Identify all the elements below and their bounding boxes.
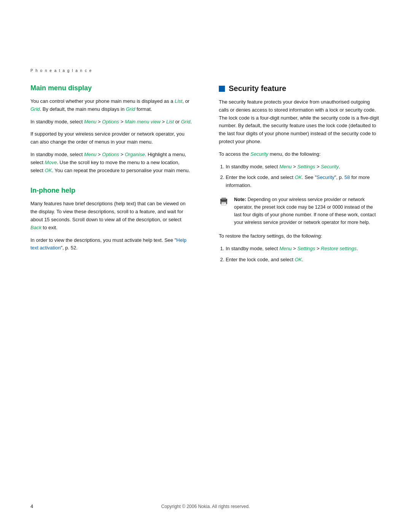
section-security-feature: Security feature The security feature pr… <box>219 84 381 264</box>
inphone-help-para-1: Many features have brief descriptions (h… <box>30 200 192 232</box>
right-column: Security feature The security feature pr… <box>215 84 381 268</box>
security-list-1: In standby mode, select Menu > Settings … <box>226 163 381 190</box>
security-para-3: To restore the factory settings, do the … <box>219 232 381 240</box>
help-text-activation-link[interactable]: Help text activation <box>30 237 186 251</box>
menu-link-right-2: Menu <box>279 246 292 251</box>
security-para-1: The security feature protects your devic… <box>219 98 381 146</box>
ok-link-right-2: OK <box>295 257 302 262</box>
note-label: Note: <box>234 197 246 202</box>
ok-link-right-1: OK <box>295 174 302 180</box>
section-title-main-menu: Main menu display <box>30 84 192 92</box>
svg-rect-5 <box>222 204 225 204</box>
security-ref-link[interactable]: Security <box>317 174 335 180</box>
security-list-2: In standby mode, select Menu > Settings … <box>226 245 381 264</box>
svg-rect-4 <box>222 203 225 203</box>
left-column: Main menu display You can control whethe… <box>30 84 196 257</box>
two-column-layout: Main menu display You can control whethe… <box>30 84 381 268</box>
list-link-1: List <box>175 98 182 104</box>
security-list-item-2: Enter the lock code, and select OK. See … <box>226 174 381 190</box>
main-menu-para-3: If supported by your wireless service pr… <box>30 130 192 146</box>
security-para-2: To access the Security menu, do the foll… <box>219 150 381 158</box>
section-in-phone-help: In-phone help Many features have brief d… <box>30 187 192 252</box>
security-title-text: Security feature <box>229 84 286 93</box>
ok-link-1: OK <box>45 168 52 173</box>
security-list2-item-2: Enter the lock code, and select OK. <box>226 256 381 264</box>
blue-square-icon <box>219 86 225 92</box>
security-list2-item-1: In standby mode, select Menu > Settings … <box>226 245 381 253</box>
security-link-1: Security <box>321 164 339 169</box>
menu-link-2: Menu <box>84 152 97 157</box>
section-title-security: Security feature <box>219 84 381 93</box>
main-menu-view-link: Main menu view <box>125 119 161 125</box>
options-link-1: Options <box>102 119 119 125</box>
security-menu-link: Security <box>250 151 268 157</box>
organise-link: Organise <box>125 152 145 157</box>
settings-link-2: Settings <box>297 246 315 251</box>
list-link-2: List <box>166 119 174 125</box>
note-box: Note: Depending on your wireless service… <box>219 196 381 226</box>
move-link: Move <box>45 160 57 165</box>
grid-link-1: Grid <box>30 106 40 112</box>
main-menu-para-2: In standby mode, select Menu > Options >… <box>30 118 192 126</box>
menu-link-1: Menu <box>84 119 97 125</box>
security-list-item-1: In standby mode, select Menu > Settings … <box>226 163 381 171</box>
main-menu-para-4: In standby mode, select Menu > Options >… <box>30 151 192 174</box>
menu-link-right-1: Menu <box>279 164 292 169</box>
section-title-inphone-help: In-phone help <box>30 187 192 195</box>
settings-link-1: Settings <box>297 164 315 169</box>
footer-copyright: Copyright © 2006 Nokia. All rights reser… <box>0 504 411 509</box>
grid-link-2: Grid <box>126 106 135 112</box>
restore-settings-link: Restore settings <box>321 246 357 251</box>
svg-rect-2 <box>221 198 226 200</box>
options-link-2: Options <box>102 152 119 157</box>
inphone-help-para-2: In order to view the descriptions, you m… <box>30 236 192 252</box>
page-header: P h o n e a t a g l a n c e <box>30 69 381 73</box>
section-main-menu-display: Main menu display You can control whethe… <box>30 84 192 174</box>
note-text: Note: Depending on your wireless service… <box>234 196 381 226</box>
security-page-ref: 58 <box>344 174 350 180</box>
page-container: P h o n e a t a g l a n c e Main menu di… <box>0 0 411 532</box>
main-menu-para-1: You can control whether your phone main … <box>30 97 192 113</box>
note-icon <box>219 197 229 207</box>
back-link: Back <box>30 225 41 230</box>
grid-link-3: Grid <box>181 119 191 125</box>
